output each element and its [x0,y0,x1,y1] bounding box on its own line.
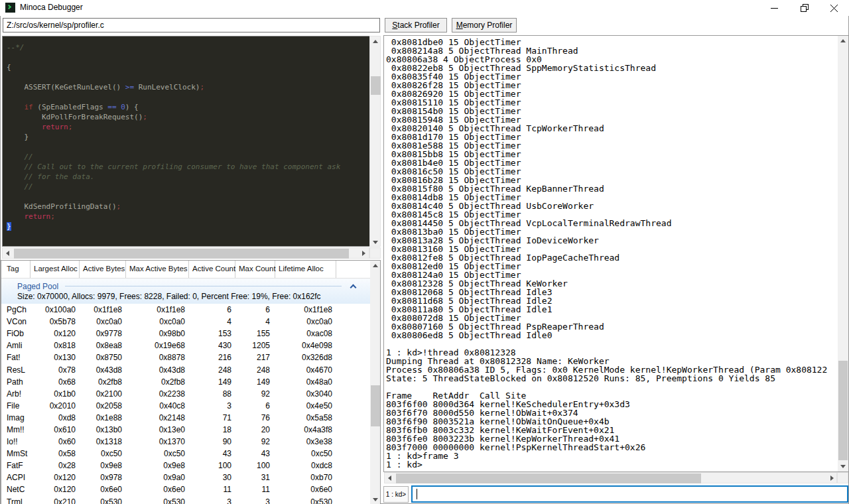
output-hscroll-thumb[interactable] [396,473,701,483]
table-cell: 0x210 [31,497,80,504]
editor-vertical-scrollbar[interactable] [369,36,381,247]
column-header-largest-alloc[interactable]: Largest Alloc [31,261,80,278]
code-token: RunLevelClock) [134,83,200,92]
table-row[interactable]: Trml0x2100x5300x530330x530 [1,496,370,504]
column-header-tag[interactable]: Tag [1,261,31,278]
stack-profiler-button[interactable]: Stack Profiler [385,18,447,32]
table-row[interactable]: FiOb0x1200x97780x98b01531550xac08 [1,328,370,340]
pool-tag-table: TagLargest AllocActive BytesMax Active B… [1,260,381,504]
column-header-active-bytes[interactable]: Active Bytes [80,261,126,278]
table-row[interactable]: PgCh0x100a00x1f1e80x1f1e8660x1f1e8 [1,304,370,316]
restore-button[interactable] [789,0,819,16]
scroll-down-icon[interactable] [370,495,380,504]
column-header-lifetime-alloc[interactable]: Lifetime Alloc [275,261,336,278]
kd-command-wrap [411,485,848,503]
window-title: Minoca Debugger [20,3,83,12]
output-horizontal-scrollbar[interactable] [384,472,837,483]
table-cell: 0xb70 [275,473,336,482]
table-row[interactable]: Mm!!0x6100x13b00x13e018200x4a3f8 [1,424,370,436]
table-row[interactable]: FatF0x280x9e80x9e81001000xdc8 [1,460,370,472]
table-cell: Path [1,377,31,387]
minimize-button[interactable] [759,0,789,16]
paged-pool-group-header[interactable]: Paged Pool Size: 0x70000, Allocs: 9979, … [1,279,370,304]
table-header-row: TagLargest AllocActive BytesMax Active B… [1,261,370,279]
table-cell: 100 [189,461,235,470]
table-cell: 0x13b0 [80,425,126,434]
column-header-max-count[interactable]: Max Count [235,261,275,278]
kd-command-input[interactable] [411,485,848,503]
memory-profiler-key: M [456,21,463,30]
debugger-output-text[interactable]: 0x8081dbe0 15 ObjectTimer 0x808214a8 5 O… [384,36,837,472]
memory-profiler-button[interactable]: Memory Profiler [452,18,517,32]
scroll-up-icon[interactable] [370,261,380,271]
table-cell: 0x2fb8 [126,377,189,387]
table-body: PgCh0x100a00x1f1e80x1f1e8660x1f1e8VCon0x… [1,304,370,504]
table-vscroll-thumb[interactable] [371,385,381,426]
table-row[interactable]: ACPI0x1200x9780x9a030310xb70 [1,472,370,483]
code-token [7,103,25,111]
table-row[interactable]: Fat!0x1300x87500x88782162170x326d8 [1,351,370,363]
table-cell: 0x2238 [126,389,189,399]
code-token: ; [143,113,147,121]
table-cell: 149 [235,377,275,387]
table-row[interactable]: NetC0x1200x6e00x6e011110x6e0 [1,483,370,495]
table-row[interactable]: File0x20100x20580x40c8360x4e50 [1,400,370,412]
scrollbar-corner [837,472,848,483]
table-cell: 0x2010 [31,401,80,410]
table-cell: 0x1318 [80,437,126,446]
table-row[interactable]: Io!!0x600x13180x137090920x3e38 [1,436,370,448]
code-token: ASSERT(KeGetRunLevel() [7,83,125,92]
table-cell: 0xdc8 [275,461,336,470]
output-vscroll-thumb[interactable] [838,361,848,460]
scroll-down-icon[interactable] [838,462,848,472]
scroll-right-icon[interactable] [359,248,369,258]
scroll-right-icon[interactable] [827,473,837,483]
table-cell: 0x60 [31,437,80,446]
table-cell: 6 [189,305,235,314]
editor-vscroll-thumb[interactable] [371,76,381,95]
table-cell: 0x1370 [126,437,189,446]
table-cell: 0xc50 [275,449,336,458]
table-row[interactable]: Path0x680x2fb80x2fb81491490x48a0 [1,376,370,388]
source-code-editor[interactable]: --*/ { ASSERT(KeGetRunLevel() >= RunLeve… [2,36,369,247]
output-vertical-scrollbar[interactable] [838,36,848,472]
table-cell: 0x100a0 [31,305,80,314]
table-cell: 100 [235,461,275,470]
table-cell: 0x3e38 [275,437,336,446]
table-cell: Arb! [1,389,31,399]
table-cell: Amli [1,341,31,350]
close-button[interactable] [819,0,849,16]
table-row[interactable]: Amli0x8180x8ea80x19e6843012050x4e098 [1,340,370,351]
code-line: // for the data. [7,172,369,182]
collapse-chevron-icon[interactable] [350,284,357,290]
code-token: ; [200,83,204,92]
table-row[interactable]: MmSt0x580xc500xc5043430xc50 [1,448,370,460]
code-token: (SpEnabledFlags [33,103,108,111]
scroll-up-icon[interactable] [370,36,380,46]
table-cell: 0xd8 [31,413,80,422]
table-cell: PgCh [1,305,31,314]
scroll-down-icon[interactable] [370,237,380,247]
table-row[interactable]: Arb!0x1b00x21000x223888920x3040 [1,388,370,400]
editor-hscroll-thumb[interactable] [14,249,349,259]
table-cell: 0x120 [31,473,80,482]
scroll-up-icon[interactable] [838,36,848,46]
table-row[interactable]: VCon0x5b780xc0a00xc0a0440xc0a0 [1,316,370,328]
table-cell: 0x68 [31,377,80,387]
code-line: // Call out to the current profiling con… [7,162,369,172]
table-cell: 0x1f1e8 [126,305,189,314]
table-row[interactable]: Imag0xd80x1e880x214871760x5a58 [1,412,370,424]
table-cell: 30 [189,473,235,482]
table-cell: FatF [1,461,31,470]
column-header-max-active-bytes[interactable]: Max Active Bytes [126,261,189,278]
table-row[interactable]: ResL0x780x43d80x43d82482480x4670 [1,363,370,375]
editor-horizontal-scrollbar[interactable] [2,247,369,259]
table-cell: 0xc0a0 [80,317,126,326]
table-vertical-scrollbar[interactable] [370,261,381,504]
table-cell: 0xc50 [80,449,126,458]
source-path-input[interactable] [3,18,380,32]
table-cell: 20 [235,425,275,434]
scroll-left-icon[interactable] [3,248,13,258]
scroll-left-icon[interactable] [385,473,395,483]
column-header-active-count[interactable]: Active Count [189,261,235,278]
